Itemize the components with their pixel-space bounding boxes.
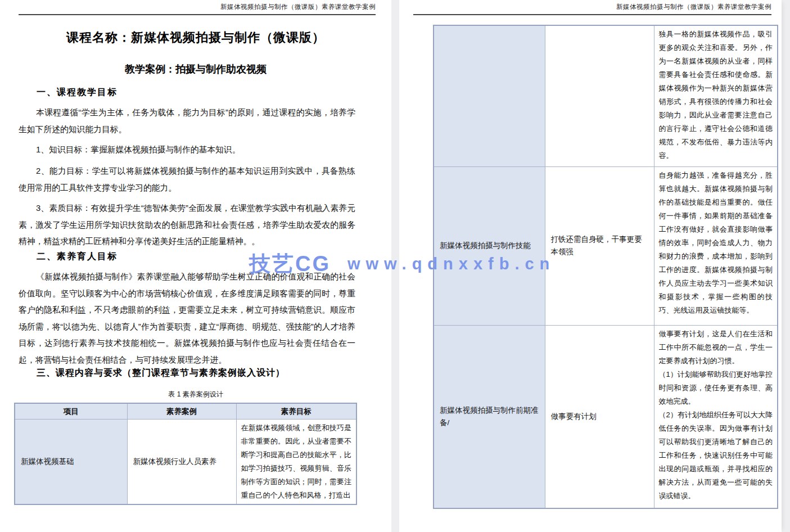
table-row: 独具一格的新媒体视频作品，吸引更多的观众关注和喜爱。另外，作为一名新媒体视频的从… [434,25,778,166]
objective1-paragraph: 1、知识目标：掌握新媒体视频拍摄与制作的基本知识。 [19,142,355,159]
table-row: 新媒体视频拍摄与制作前期准备/ 做事要有计划 做事要有计划，这是人们在生活和工作… [434,325,778,508]
course-title: 课程名称：新媒体视频拍摄与制作（微课版） [0,29,391,46]
cell-project-empty [434,25,545,166]
section1-heading: 一、课程教学目标 [37,87,118,98]
cell-goal: 做事要有计划，这是人们在生活和工作中所不能忽视的一点，学生一定要养成有计划的习惯… [654,325,778,508]
section2-heading: 二、素养育人目标 [37,251,118,263]
cell-case: 新媒体视频行业人员素养 [127,420,236,505]
page2-running-header: 新媒体视频拍摄与制作（微课版）素养课堂教学案例 [413,3,771,15]
case-design-table-page1: 项目 素养案例 素养目标 新媒体视频基础 新媒体视频行业人员素养 在新媒体视频领… [14,403,357,505]
cell-project: 新媒体视频拍摄与制作前期准备/ [434,325,545,508]
case-subtitle: 教学案例：拍摄与制作助农视频 [0,62,391,76]
cell-project: 新媒体视频拍摄与制作技能 [434,166,545,325]
goal-paragraph-2: （1）计划能够帮助我们更好地掌控时间和资源，使任务更有条理、高效地完成。 [659,368,773,408]
cell-goal: 在新媒体视频领域，创意和技巧是非常重要的。因此，从业者需要不断学习和提高自己的技… [236,420,356,505]
cell-goal-continued: 独具一格的新媒体视频作品，吸引更多的观众关注和喜爱。另外，作为一名新媒体视频的从… [654,25,778,166]
section1-paragraph: 本课程遵循“学生为主体，任务为载体，能力为目标”的原则，通过课程的实施，培养学生… [19,105,355,138]
col-header-case: 素养案例 [127,403,236,420]
case-design-table-page2: 独具一格的新媒体视频作品，吸引更多的观众关注和喜爱。另外，作为一名新媒体视频的从… [433,25,778,509]
table-header-row: 项目 素养案例 素养目标 [15,403,356,420]
cell-case: 做事要有计划 [545,325,654,508]
goal-paragraph-3: （2）有计划地组织任务可以大大降低任务的失误率。因为做事有计划可以帮助我们更清晰… [659,408,773,503]
objective2-paragraph: 2、能力目标：学生可以将新媒体视频拍摄与制作的基本知识运用到实践中，具备熟练使用… [19,163,355,196]
objective3-paragraph: 3、素质目标：有效提升学生“德智体美劳”全面发展，在课堂教学实践中有机融入素养元… [19,200,355,250]
table-caption: 表 1 素养案例设计 [0,390,391,399]
col-header-project: 项目 [15,403,127,420]
col-header-goal: 素养目标 [236,403,356,420]
cell-goal: 自身能力越强，准备得越充分，胜算也就越大。新媒体视频拍摄与制作的基础技能是相当重… [654,166,778,325]
table-row: 新媒体视频基础 新媒体视频行业人员素养 在新媒体视频领域，创意和技巧是非常重要的… [15,420,356,505]
goal-paragraph-1: 做事要有计划，这是人们在生活和工作中所不能忽视的一点，学生一定要养成有计划的习惯… [659,327,773,368]
cell-case: 打铁还需自身硬，干事更要本领强 [545,166,654,325]
cell-project: 新媒体视频基础 [15,420,127,505]
page1-running-header: 新媒体视频拍摄与制作（微课版）素养课堂教学案例 [19,3,376,15]
section2-paragraph: 《新媒体视频拍摄与制作》素养课堂融入能够帮助学生树立正确的价值观和正确的社会价值… [19,269,355,368]
document-viewer-canvas: 新媒体视频拍摄与制作（微课版）素养课堂教学案例 课程名称：新媒体视频拍摄与制作（… [0,0,790,532]
document-page-1: 新媒体视频拍摄与制作（微课版）素养课堂教学案例 课程名称：新媒体视频拍摄与制作（… [0,0,391,532]
document-page-2: 新媒体视频拍摄与制作（微课版）素养课堂教学案例 独具一格的新媒体视频作品，吸引更… [399,0,782,532]
cell-case-empty [545,25,654,166]
table-row: 新媒体视频拍摄与制作技能 打铁还需自身硬，干事更要本领强 自身能力越强，准备得越… [434,166,778,325]
section3-heading: 三、课程内容与要求（整门课程章节与素养案例嵌入设计） [37,367,285,379]
